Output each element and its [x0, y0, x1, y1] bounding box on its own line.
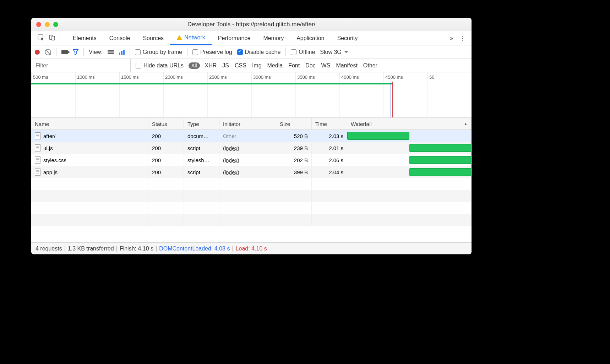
col-status[interactable]: Status: [148, 118, 184, 129]
initiator-link[interactable]: (index): [223, 145, 239, 151]
timeline-overview[interactable]: 500 ms1000 ms1500 ms2000 ms2500 ms3000 m…: [31, 72, 472, 118]
throttling-value: Slow 3G: [320, 49, 341, 55]
hide-data-urls-checkbox[interactable]: Hide data URLs: [136, 62, 184, 69]
filter-input[interactable]: [31, 59, 131, 72]
waterfall-bar: [347, 132, 409, 140]
table-row[interactable]: after/200docum…Other520 B2.03 s: [31, 130, 472, 142]
filter-type-ws[interactable]: WS: [321, 62, 331, 69]
inspect-element-icon[interactable]: [38, 34, 45, 42]
status-domcontentloaded: DOMContentLoaded: 4.08 s: [159, 246, 230, 252]
devtools-window: Developer Tools - https://preload.glitch…: [31, 18, 472, 254]
status-requests: 4 requests: [36, 246, 62, 252]
col-type[interactable]: Type: [184, 118, 219, 129]
device-toolbar-icon[interactable]: [49, 34, 55, 42]
tab-network[interactable]: Network: [170, 31, 212, 45]
initiator-link: Other: [223, 133, 236, 139]
filter-type-css[interactable]: CSS: [235, 62, 246, 69]
col-time[interactable]: Time: [312, 118, 347, 129]
tab-application[interactable]: Application: [290, 31, 331, 45]
view-label: View:: [89, 49, 103, 55]
table-row[interactable]: app.js200script(index)399 B2.04 s: [31, 166, 472, 178]
tab-sources[interactable]: Sources: [136, 31, 170, 45]
overview-dcl-marker: [391, 82, 391, 117]
zoom-window-button[interactable]: [53, 22, 58, 27]
col-waterfall[interactable]: Waterfall: [347, 118, 472, 129]
disable-cache-checkbox[interactable]: Disable cache: [237, 49, 281, 55]
filter-type-manifest[interactable]: Manifest: [336, 62, 357, 69]
initiator-link[interactable]: (index): [223, 157, 239, 163]
filter-type-img[interactable]: Img: [252, 62, 262, 69]
minimize-window-button[interactable]: [45, 22, 50, 27]
titlebar: Developer Tools - https://preload.glitch…: [31, 18, 472, 31]
overview-load-marker: [392, 82, 393, 117]
screenshot-capture-icon[interactable]: [61, 50, 68, 54]
table-header: Name Status Type Initiator Size Time Wat…: [31, 118, 472, 130]
panel-tabs-row: ElementsConsoleSourcesNetworkPerformance…: [31, 31, 472, 45]
record-button[interactable]: [35, 50, 40, 55]
chevron-down-icon: [344, 51, 348, 53]
table-row[interactable]: styles.css200stylesh…(index)202 B2.06 s: [31, 154, 472, 166]
table-row-empty: [31, 190, 472, 202]
filter-type-xhr[interactable]: XHR: [205, 62, 217, 69]
file-icon: [35, 156, 40, 164]
filter-toggle-icon[interactable]: [73, 49, 78, 55]
offline-checkbox[interactable]: Offline: [291, 49, 315, 55]
col-size[interactable]: Size: [276, 118, 312, 129]
filter-type-js[interactable]: JS: [222, 62, 229, 69]
status-finish: Finish: 4.10 s: [120, 246, 153, 252]
filter-type-media[interactable]: Media: [267, 62, 283, 69]
tab-elements[interactable]: Elements: [66, 31, 103, 45]
tab-security[interactable]: Security: [331, 31, 364, 45]
waterfall-bar: [409, 168, 472, 176]
network-table: Name Status Type Initiator Size Time Wat…: [31, 118, 472, 242]
close-window-button[interactable]: [36, 22, 41, 27]
waterfall-bar: [409, 144, 472, 152]
warning-icon: [176, 35, 182, 40]
more-panels-icon[interactable]: »: [450, 35, 453, 42]
status-bar: 4 requests | 1.3 KB transferred | Finish…: [31, 242, 472, 254]
tab-memory[interactable]: Memory: [257, 31, 290, 45]
tab-console[interactable]: Console: [103, 31, 137, 45]
waterfall-bar: [409, 156, 472, 164]
preserve-log-checkbox[interactable]: Preserve log: [192, 49, 232, 55]
throttling-select[interactable]: Slow 3G: [320, 49, 348, 55]
initiator-link[interactable]: (index): [223, 169, 239, 175]
file-icon: [35, 132, 40, 139]
filter-type-all[interactable]: All: [189, 62, 200, 69]
status-transferred: 1.3 KB transferred: [68, 246, 114, 252]
table-row-empty: [31, 178, 472, 190]
window-controls: [31, 22, 58, 27]
separator: [60, 34, 60, 42]
group-by-frame-checkbox[interactable]: Group by frame: [135, 49, 182, 55]
col-initiator[interactable]: Initiator: [219, 118, 276, 129]
kebab-menu-icon[interactable]: ⋮: [459, 34, 466, 42]
tab-performance[interactable]: Performance: [212, 31, 257, 45]
clear-button[interactable]: [45, 49, 51, 55]
status-load: Load: 4.10 s: [236, 246, 267, 252]
file-icon: [35, 169, 40, 176]
window-title: Developer Tools - https://preload.glitch…: [31, 21, 472, 28]
filter-type-other[interactable]: Other: [363, 62, 377, 69]
table-row-empty: [31, 202, 472, 214]
table-row-empty: [31, 214, 472, 226]
table-row[interactable]: ui.js200script(index)239 B2.01 s: [31, 142, 472, 154]
large-rows-icon[interactable]: [108, 50, 114, 54]
col-name[interactable]: Name: [31, 118, 148, 129]
file-icon: [35, 144, 40, 151]
filter-type-font[interactable]: Font: [288, 62, 300, 69]
overview-activity-bar: [31, 83, 392, 84]
svg-rect-2: [52, 36, 55, 40]
filter-type-doc[interactable]: Doc: [305, 62, 315, 69]
network-toolbar: View: Group by frame Preserve log Disabl…: [31, 45, 472, 59]
waterfall-view-icon[interactable]: [119, 50, 125, 55]
filter-bar: Hide data URLs All XHRJSCSSImgMediaFontD…: [31, 59, 472, 72]
